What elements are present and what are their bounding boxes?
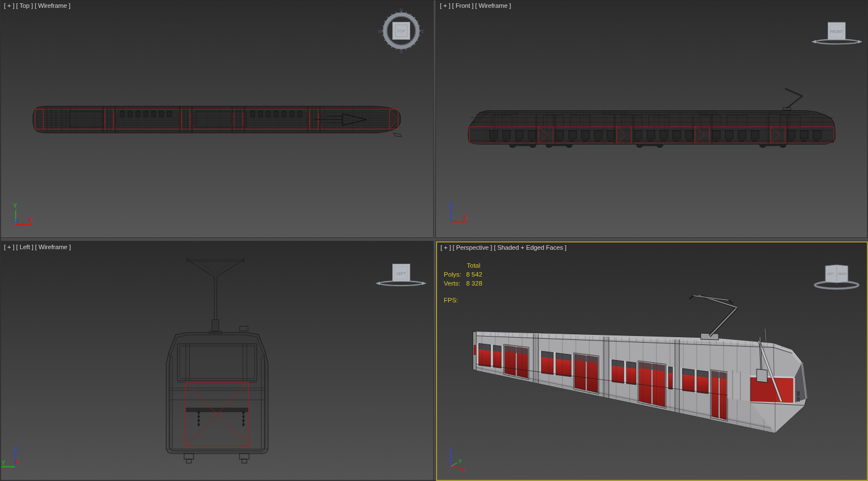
svg-text:N: N	[400, 7, 403, 13]
svg-text:x: x	[462, 466, 465, 472]
svg-text:LEFT: LEFT	[397, 272, 406, 275]
svg-text:FRONT: FRONT	[830, 30, 843, 34]
svg-text:Z: Z	[14, 446, 18, 452]
svg-text:FRONT: FRONT	[837, 272, 847, 275]
svg-text:X: X	[463, 214, 467, 221]
svg-text:E: E	[421, 29, 424, 34]
svg-text:LEFT: LEFT	[827, 272, 834, 275]
svg-text:S: S	[400, 49, 403, 54]
svg-text:W: W	[378, 29, 382, 34]
svg-text:Y: Y	[13, 202, 17, 209]
svg-text:Y: Y	[1, 459, 6, 466]
svg-text:Z: Z	[449, 200, 453, 207]
svg-text:y: y	[458, 457, 461, 463]
svg-text:X: X	[15, 459, 19, 465]
svg-text:TOP: TOP	[397, 29, 405, 33]
svg-text:z: z	[450, 446, 453, 452]
svg-text:X: X	[28, 217, 32, 223]
svg-text:Z: Z	[15, 218, 18, 225]
